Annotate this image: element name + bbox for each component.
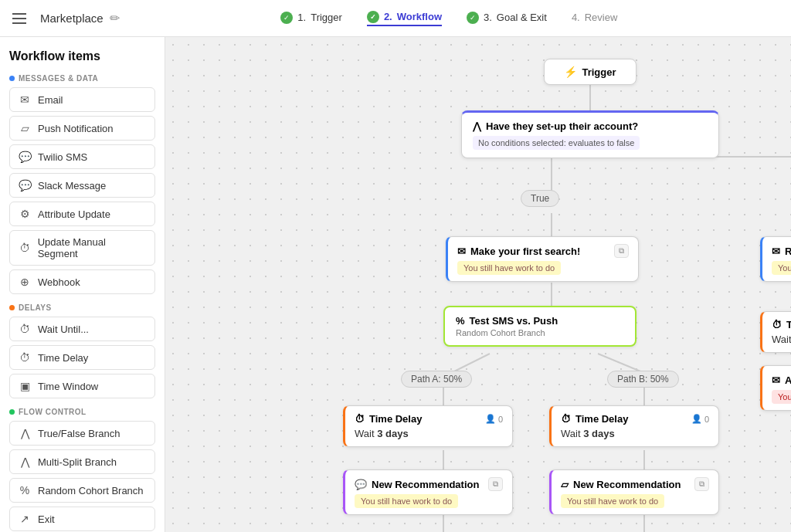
make-search-node[interactable]: ✉ Make your first search! ⧉ You still ha… [446,236,639,282]
sms-icon: 💬 [18,151,32,163]
random-cohort-icon: % [18,484,32,496]
reminder-work: You still have work to do [772,261,791,275]
sidebar-title: Workflow items [9,49,155,63]
time-delay-1-icon: ⏱ [355,413,365,425]
time-delay-1-wait: Wait 3 days [355,428,503,439]
step-trigger[interactable]: ✓ 1. Trigger [280,12,342,25]
step-check-trigger: ✓ [280,12,293,24]
slack-icon: 💬 [18,179,32,191]
condition-icon: ⋀ [473,120,481,132]
time-delay-3-icon: ⏱ [772,319,782,330]
make-search-work: You still have work to do [457,261,561,275]
new-rec-2-icon: ▱ [561,479,569,490]
step-check-goal: ✓ [467,12,479,24]
brand-name: Marketplace [40,12,104,25]
new-rec-1-badge: ⧉ [488,477,503,491]
dot-delays [9,305,15,310]
time-delay-node-3[interactable]: ⏱ Time Delay 👤 0 Wait 2 days [760,311,791,353]
sidebar-item-segment[interactable]: ⏱ Update Manual Segment [9,230,155,266]
section-messages: MESSAGES & DATA [9,74,155,83]
sidebar-item-time-window[interactable]: ▣ Time Window [9,374,155,398]
time-delay-node-1[interactable]: ⏱ Time Delay 👤 0 Wait 3 days [343,405,513,447]
sidebar-item-sms[interactable]: 💬 Twilio SMS [9,144,155,169]
sidebar-item-time-delay[interactable]: ⏱ Time Delay [9,345,155,370]
sidebar-item-random-cohort[interactable]: % Random Cohort Branch [9,478,155,503]
step-goal[interactable]: ✓ 3. Goal & Exit [467,12,547,25]
new-rec-2-work: You still have work to do [561,494,664,508]
sidebar-item-attribute[interactable]: ⚙ Attribute Update [9,202,155,226]
path-b-label: Path B: 50% [607,371,679,388]
path-a-label: Path A: 50% [401,371,472,388]
time-delay-3-wait: Wait 2 days [772,334,791,345]
time-delay-2-icon: ⏱ [561,413,571,425]
true-false-icon: ⋀ [18,427,32,439]
sidebar-item-email[interactable]: ✉ Email [9,87,155,112]
sidebar-item-true-false[interactable]: ⋀ True/False Branch [9,421,155,446]
sidebar-item-slack[interactable]: 💬 Slack Message [9,173,155,198]
step-review[interactable]: 4. Review [572,12,617,25]
step-workflow[interactable]: ✓ 2. Workflow [367,11,442,26]
time-delay-1-people: 👤 0 [485,414,503,424]
new-rec-2-badge: ⧉ [694,477,709,491]
menu-button[interactable] [12,9,31,28]
section-delays: DELAYS [9,303,155,312]
time-delay-icon: ⏱ [18,351,32,364]
condition-node[interactable]: ⋀ Have they set-up their account? No con… [461,110,719,158]
alert-work: You still have work to do [772,390,791,404]
attribute-icon: ⚙ [18,208,32,220]
wait-icon: ⏱ [18,323,32,335]
exit-icon: ↗ [18,513,32,525]
segment-icon: ⏱ [18,242,32,254]
dot-messages [9,76,15,81]
workflow-canvas[interactable]: ⚡ Trigger ⋀ Have they set-up their accou… [165,37,791,532]
header: Marketplace ✏ ✓ 1. Trigger ✓ 2. Workflow… [0,0,791,37]
condition-subtitle: No conditions selected: evaluates to fal… [473,136,640,150]
step-check-workflow: ✓ [367,11,379,23]
email-icon: ✉ [18,93,32,106]
cohort-subtitle: Random Cohort Branch [456,328,624,337]
new-rec-node-2[interactable]: ▱ New Recommendation ⧉ You still have wo… [549,469,719,515]
alert-rep-node[interactable]: ✉ Alert Rep - Churn Risk ⧉ You still hav… [760,365,791,411]
new-rec-1-work: You still have work to do [355,494,458,508]
section-flow: FLOW CONTROL [9,408,155,416]
time-window-icon: ▣ [18,380,32,392]
make-search-icon: ✉ [457,246,466,257]
webhook-icon: ⊕ [18,276,32,288]
make-search-badge: ⧉ [614,244,629,258]
alert-icon: ✉ [772,374,780,386]
edit-icon[interactable]: ✏ [110,11,120,25]
time-delay-2-people: 👤 0 [691,414,709,424]
trigger-node[interactable]: ⚡ Trigger [544,59,637,85]
canvas-inner: ⚡ Trigger ⋀ Have they set-up their accou… [165,37,791,532]
new-rec-1-icon: 💬 [355,479,367,490]
sidebar-item-exit[interactable]: ↗ Exit [9,507,155,531]
time-delay-2-wait: Wait 3 days [561,428,709,439]
main-layout: Workflow items MESSAGES & DATA ✉ Email ▱… [0,37,791,532]
cohort-icon: % [456,315,465,327]
trigger-icon: ⚡ [564,66,577,78]
sidebar-item-wait[interactable]: ⏱ Wait Until... [9,317,155,341]
cohort-node[interactable]: % Test SMS vs. Push Random Cohort Branch [443,306,637,347]
condition-title: ⋀ Have they set-up their account? [473,120,708,132]
reminder-icon: ✉ [772,246,780,257]
steps-nav: ✓ 1. Trigger ✓ 2. Workflow ✓ 3. Goal & E… [280,11,617,26]
time-delay-node-2[interactable]: ⏱ Time Delay 👤 0 Wait 3 days [549,405,719,447]
sidebar-item-push[interactable]: ▱ Push Notification [9,116,155,141]
new-rec-node-1[interactable]: 💬 New Recommendation ⧉ You still have wo… [343,469,513,515]
true-label: True [521,190,559,207]
sidebar: Workflow items MESSAGES & DATA ✉ Email ▱… [0,37,165,532]
trigger-label: Trigger [582,66,616,78]
sidebar-item-multi-split[interactable]: ⋀ Multi-Split Branch [9,449,155,474]
push-icon: ▱ [18,122,32,134]
sidebar-item-webhook[interactable]: ⊕ Webhook [9,269,155,294]
multi-split-icon: ⋀ [18,456,32,468]
dot-flow [9,409,15,415]
reminder-node[interactable]: ✉ Reminder: Finish Set-Up ⧉ You still ha… [760,236,791,282]
